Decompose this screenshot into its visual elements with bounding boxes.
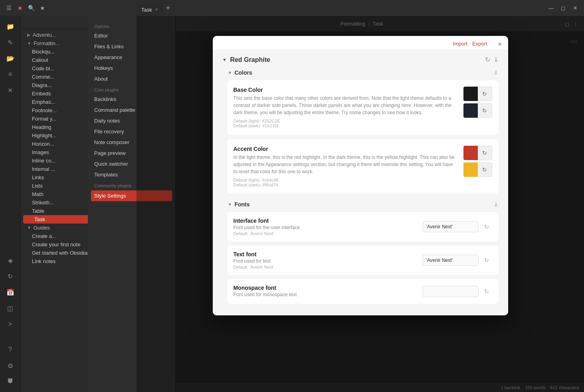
base-color-setting: ↻ ↻ Base Color This sets the b — [227, 80, 499, 135]
base-color-default-dark: Default (dark): #1e232f — [234, 123, 492, 128]
accent-color-dark-swatch-combo: ↻ — [463, 162, 492, 177]
search-icon[interactable]: 🔍 — [27, 4, 35, 12]
chevron-down-guides-icon: ▼ — [27, 226, 31, 230]
text-font-setting: Text font Font used for text Default: 'A… — [227, 245, 499, 275]
sync-icon[interactable]: ↻ — [3, 269, 18, 283]
modal-body: ▼ Red Graphite ↻ ⇓ ▼ Colors ⇓ — [213, 49, 508, 315]
section-header-red-graphite[interactable]: ▼ Red Graphite ↻ ⇓ — [222, 53, 499, 67]
title-bar: ☰ ■ 🔍 ★ Task × + — ◻ ✕ — [0, 0, 584, 16]
app-body: 📁 ✎ 📂 ≡ ✕ ◈ ↻ 📅 ◫ > ? ⚙ ⛊ ✎ 📂 ⇵ ✕ — [0, 16, 584, 392]
title-bar-left: ☰ ■ 🔍 ★ — [5, 4, 46, 12]
text-font-input-row: ↻ — [423, 255, 492, 266]
section-title: Red Graphite — [230, 56, 481, 63]
text-font-info: Text font Font used for text Default: 'A… — [234, 251, 418, 269]
base-color-dark-swatch-combo: ↻ — [463, 103, 492, 118]
download-section-icon[interactable]: ⇓ — [493, 56, 499, 63]
monospace-font-reset-btn[interactable]: ↻ — [481, 286, 492, 297]
interface-font-input-row: ↻ — [423, 221, 492, 232]
accent-color-dark-swatch[interactable] — [463, 162, 478, 177]
templates-icon[interactable]: ◫ — [3, 301, 18, 315]
text-font-title: Text font — [234, 251, 418, 257]
text-font-desc: Font used for text — [234, 258, 418, 264]
base-color-desc: This sets the base color that many other… — [234, 95, 492, 116]
close-window-icon[interactable]: ✕ — [571, 4, 579, 12]
accent-color-default-dark: Default (dark): #f6cd74 — [234, 182, 492, 187]
reset-section-icon[interactable]: ↻ — [485, 56, 490, 63]
base-color-dark-swatch[interactable] — [463, 103, 478, 118]
new-tab-button[interactable]: + — [166, 4, 170, 12]
sort-icon[interactable]: ≡ — [3, 67, 18, 81]
import-link[interactable]: Import — [453, 41, 467, 47]
accent-color-light-swatch[interactable] — [463, 146, 478, 160]
download-fonts-icon[interactable]: ⇓ — [493, 201, 499, 208]
monospace-font-input[interactable] — [423, 286, 479, 297]
close-sidebar-icon[interactable]: ✕ — [3, 83, 18, 97]
tab-label: Task — [141, 7, 152, 13]
minimize-icon[interactable]: — — [547, 4, 555, 12]
tab-task[interactable]: Task × — [136, 3, 164, 16]
settings-modal: × Import Export ▼ Red Graphite ↻ ⇓ — [213, 36, 508, 315]
tab-close-icon[interactable]: × — [155, 7, 158, 12]
accent-color-dark-row: ↻ — [463, 162, 492, 177]
monospace-font-setting: Monospace font Font used for monospace t… — [227, 279, 499, 304]
file-sidebar: ✎ 📂 ⇵ ✕ ▶ Adventu... ▼ Formattin... Bloc… — [21, 16, 137, 392]
tab-bar: Task × + — [136, 0, 170, 16]
download-colors-icon[interactable]: ⇓ — [493, 69, 499, 76]
help-icon[interactable]: ? — [3, 343, 18, 357]
text-font-default: Default: 'Avenir Next' — [234, 265, 418, 269]
accent-color-dark-reset-btn[interactable]: ↻ — [478, 162, 492, 177]
monospace-font-title: Monospace font — [234, 285, 418, 291]
text-font-reset-btn[interactable]: ↻ — [481, 255, 492, 266]
logo-icon: ■ — [16, 4, 24, 12]
monospace-font-input-row: ↻ — [423, 286, 492, 297]
section-chevron-icon: ▼ — [222, 57, 227, 63]
main-content: ← → Formatting / Task ◻ ⋮ md 1 backlink … — [137, 16, 584, 392]
export-link[interactable]: Export — [472, 41, 487, 47]
base-color-title: Base Color — [234, 87, 492, 93]
colors-subsection-header[interactable]: ▼ Colors ⇓ — [228, 67, 499, 80]
interface-font-info: Interface font Font used for the user in… — [234, 218, 418, 236]
base-color-dark-reset-btn[interactable]: ↻ — [478, 103, 492, 118]
title-bar-controls: — ◻ ✕ — [547, 4, 579, 12]
calendar-icon[interactable]: 📅 — [3, 285, 18, 299]
interface-font-default: Default: 'Avenir Next' — [234, 231, 418, 236]
colors-section: ▼ Colors ⇓ ↻ — [227, 67, 499, 194]
accent-color-controls: ↻ ↻ — [463, 146, 492, 177]
interface-font-title: Interface font — [234, 218, 418, 224]
monospace-font-info: Monospace font Font used for monospace t… — [234, 285, 418, 298]
image-icon[interactable]: ⛊ — [3, 374, 18, 389]
interface-font-setting: Interface font Font used for the user in… — [227, 212, 499, 242]
graph-icon[interactable]: ◈ — [3, 253, 18, 267]
accent-color-light-reset-btn[interactable]: ↻ — [478, 146, 492, 160]
monospace-font-desc: Font used for monospace text — [234, 292, 418, 297]
base-color-controls: ↻ ↻ — [463, 87, 492, 118]
interface-font-reset-btn[interactable]: ↻ — [481, 221, 492, 232]
new-note-icon[interactable]: ✎ — [3, 35, 18, 49]
fonts-section: ▼ Fonts ⇓ Interface font Font used for t… — [227, 198, 499, 304]
icon-rail: 📁 ✎ 📂 ≡ ✕ ◈ ↻ 📅 ◫ > ? ⚙ ⛊ — [0, 16, 21, 392]
folder-icon[interactable]: 📂 — [3, 51, 18, 65]
accent-color-title: Accent Color — [234, 146, 492, 152]
fonts-subsection-header[interactable]: ▼ Fonts ⇓ — [228, 198, 499, 212]
sidebar-toggle-icon[interactable]: ☰ — [5, 4, 13, 12]
accent-color-light-row: ↻ — [463, 146, 492, 160]
fonts-chevron-icon: ▼ — [228, 202, 232, 207]
files-icon[interactable]: 📁 — [3, 19, 18, 34]
accent-color-desc: In the light theme, this is the red high… — [234, 154, 492, 175]
accent-color-light-swatch-combo: ↻ — [463, 146, 492, 160]
base-color-light-reset-btn[interactable]: ↻ — [478, 87, 492, 101]
maximize-icon[interactable]: ◻ — [559, 4, 567, 12]
base-color-light-swatch-combo: ↻ — [463, 87, 492, 101]
base-color-light-swatch[interactable] — [463, 87, 478, 101]
text-font-input[interactable] — [423, 255, 479, 266]
settings-icon[interactable]: ⚙ — [3, 358, 18, 373]
terminal-icon[interactable]: > — [3, 317, 18, 331]
modal-actions: Import Export — [453, 41, 487, 47]
interface-font-input[interactable] — [423, 221, 479, 232]
bookmark-icon[interactable]: ★ — [38, 4, 46, 12]
base-color-dark-row: ↻ — [463, 103, 492, 118]
colors-subsection-title: Colors — [234, 69, 491, 76]
accent-color-default-light: Default (light): #cb4c48 — [234, 178, 492, 182]
section-actions: ↻ ⇓ — [485, 56, 499, 63]
modal-close-button[interactable]: × — [498, 41, 501, 48]
